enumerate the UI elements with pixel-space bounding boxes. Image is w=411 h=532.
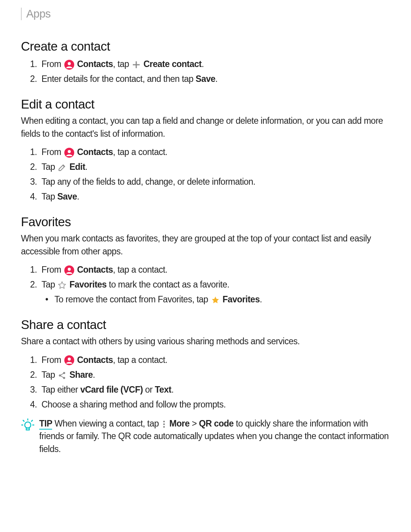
contacts-icon — [64, 148, 74, 158]
plus-icon — [132, 61, 140, 69]
share-step-2: Tap Share. — [39, 367, 390, 382]
svg-point-1 — [68, 62, 71, 65]
svg-point-23 — [163, 423, 165, 425]
favorites-desc: When you mark contacts as favorites, the… — [21, 232, 390, 258]
svg-point-20 — [25, 422, 31, 428]
fav-step-2: Tap Favorites to mark the contact as a f… — [39, 277, 390, 307]
page-content: Apps Create a contact From Contacts, tap… — [0, 0, 411, 532]
svg-point-22 — [163, 421, 165, 423]
tip-text: TIP When viewing a contact, tap More > Q… — [39, 417, 390, 455]
tip-box: TIP When viewing a contact, tap More > Q… — [21, 417, 390, 455]
star-filled-icon — [211, 296, 220, 304]
svg-line-14 — [61, 375, 64, 377]
edit-icon — [58, 163, 66, 172]
contacts-icon — [64, 355, 74, 365]
svg-line-17 — [31, 420, 33, 422]
lightbulb-icon — [21, 418, 35, 433]
svg-point-24 — [163, 426, 165, 428]
edit-step-1: From Contacts, tap a contact. — [39, 145, 390, 160]
contacts-icon — [64, 60, 74, 70]
svg-line-13 — [61, 373, 64, 375]
heading-share: Share a contact — [21, 318, 390, 332]
heading-favorites: Favorites — [21, 215, 390, 229]
create-step-2: Enter details for the contact, and then … — [39, 72, 390, 86]
more-vert-icon — [162, 420, 166, 428]
share-desc: Share a contact with others by using var… — [21, 335, 390, 348]
svg-rect-3 — [133, 64, 140, 65]
svg-rect-21 — [26, 428, 29, 430]
edit-step-2: Tap Edit. — [39, 160, 390, 174]
edit-desc: When editing a contact, you can tap a fi… — [21, 115, 390, 140]
share-step-4: Choose a sharing method and follow the p… — [39, 397, 390, 412]
svg-point-5 — [68, 150, 71, 153]
share-step-3: Tap either vCard file (VCF) or Text. — [39, 382, 390, 397]
svg-point-9 — [68, 358, 71, 361]
fav-substep: To remove the contact from Favorites, ta… — [52, 292, 390, 307]
edit-step-4: Tap Save. — [39, 189, 390, 204]
contacts-icon — [64, 265, 74, 275]
share-step-1: From Contacts, tap a contact. — [39, 353, 390, 367]
heading-create: Create a contact — [21, 39, 390, 54]
create-step-1: From Contacts, tap Create contact. — [39, 57, 390, 72]
breadcrumb: Apps — [21, 8, 390, 20]
star-outline-icon — [58, 281, 66, 289]
svg-line-16 — [23, 420, 24, 422]
fav-step-1: From Contacts, tap a contact. — [39, 262, 390, 277]
svg-point-7 — [68, 268, 71, 271]
edit-step-3: Tap any of the fields to add, change, or… — [39, 174, 390, 189]
heading-edit: Edit a contact — [21, 97, 390, 112]
share-icon — [58, 371, 66, 380]
